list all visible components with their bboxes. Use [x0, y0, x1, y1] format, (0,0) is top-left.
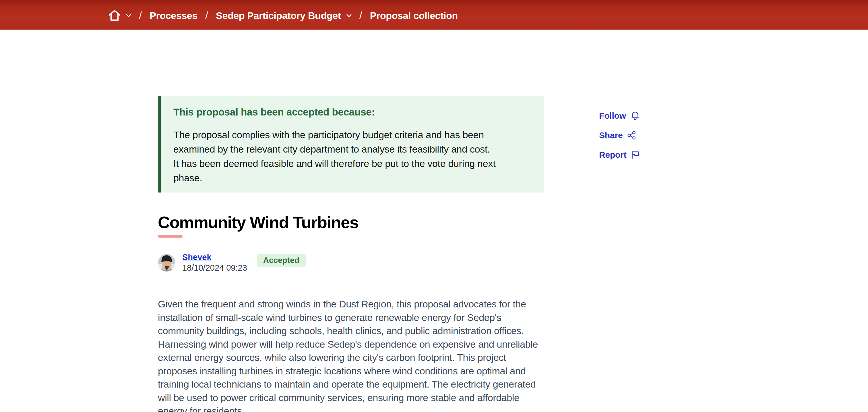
page-title: Community Wind Turbines	[158, 213, 544, 232]
breadcrumb-item-proposal-collection[interactable]: Proposal collection	[370, 10, 458, 21]
breadcrumb-separator: /	[139, 10, 142, 22]
breadcrumb-separator: /	[205, 10, 208, 22]
flag-icon	[631, 150, 640, 159]
author-link[interactable]: Shevek	[182, 253, 212, 262]
share-icon	[627, 131, 637, 140]
breadcrumb-item-processes[interactable]: Processes	[150, 10, 197, 21]
main-column: This proposal has been accepted because:…	[158, 30, 544, 412]
report-label: Report	[599, 150, 626, 160]
callout-paragraph: The proposal complies with the participa…	[174, 127, 501, 156]
acceptance-callout: This proposal has been accepted because:…	[158, 96, 544, 193]
report-button[interactable]: Report	[599, 150, 640, 160]
avatar[interactable]	[158, 254, 175, 271]
bell-icon	[631, 111, 640, 121]
callout-title: This proposal has been accepted because:	[174, 106, 532, 118]
breadcrumb-item-sedep-participatory-budget[interactable]: Sedep Participatory Budget	[216, 10, 341, 21]
author-info: Shevek 18/10/2024 09:23	[182, 253, 247, 273]
breadcrumb: / Processes / Sedep Participatory Budget…	[0, 7, 458, 23]
chevron-down-icon[interactable]	[126, 14, 131, 17]
chevron-down-icon[interactable]	[346, 14, 352, 17]
proposal-body: Given the frequent and strong winds in t…	[158, 297, 544, 412]
status-badge: Accepted	[257, 254, 306, 267]
home-icon	[108, 9, 121, 23]
proposal-timestamp: 18/10/2024 09:23	[182, 263, 247, 273]
breadcrumb-separator: /	[360, 10, 362, 22]
share-button[interactable]: Share	[599, 130, 640, 140]
author-row: Shevek 18/10/2024 09:23 Accepted	[158, 253, 544, 273]
breadcrumb-home-link[interactable]	[108, 9, 121, 23]
share-label: Share	[599, 130, 623, 140]
action-sidebar: Follow Share Rep	[599, 111, 640, 160]
title-underline	[158, 235, 183, 238]
follow-label: Follow	[599, 111, 626, 121]
follow-button[interactable]: Follow	[599, 111, 640, 121]
callout-paragraph: It has been deemed feasible and will the…	[174, 156, 501, 185]
breadcrumb-bar: / Processes / Sedep Participatory Budget…	[0, 0, 868, 30]
